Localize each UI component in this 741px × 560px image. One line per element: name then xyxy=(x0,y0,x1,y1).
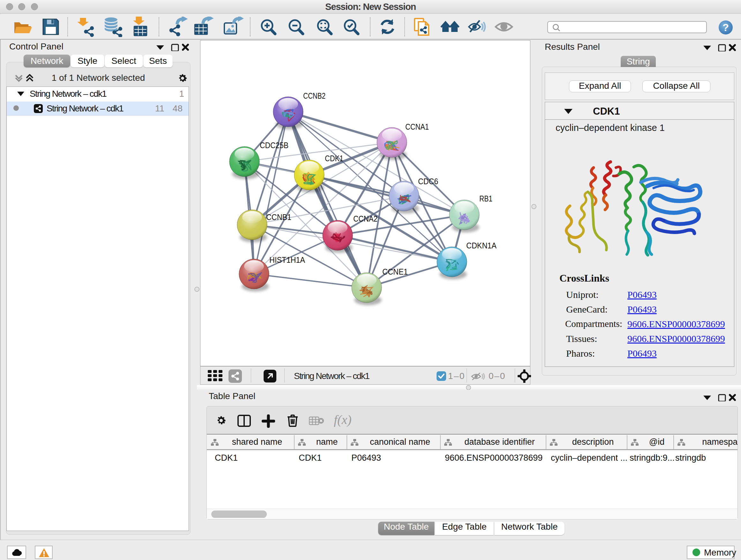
svg-text:CDC6: CDC6 xyxy=(418,177,438,186)
svg-text:CCNB1: CCNB1 xyxy=(266,212,291,222)
svg-text:HIST1H1A: HIST1H1A xyxy=(269,255,306,265)
svg-text:CDK1: CDK1 xyxy=(325,153,343,163)
svg-text:CCNA1: CCNA1 xyxy=(405,122,429,132)
svg-text:CCNA2: CCNA2 xyxy=(353,214,378,224)
svg-text:CCNE1: CCNE1 xyxy=(382,267,408,276)
svg-text:CDC25B: CDC25B xyxy=(260,140,288,150)
svg-text:CCNB2: CCNB2 xyxy=(303,91,326,101)
svg-text:CDKN1A: CDKN1A xyxy=(466,241,497,250)
svg-text:RB1: RB1 xyxy=(479,194,492,203)
